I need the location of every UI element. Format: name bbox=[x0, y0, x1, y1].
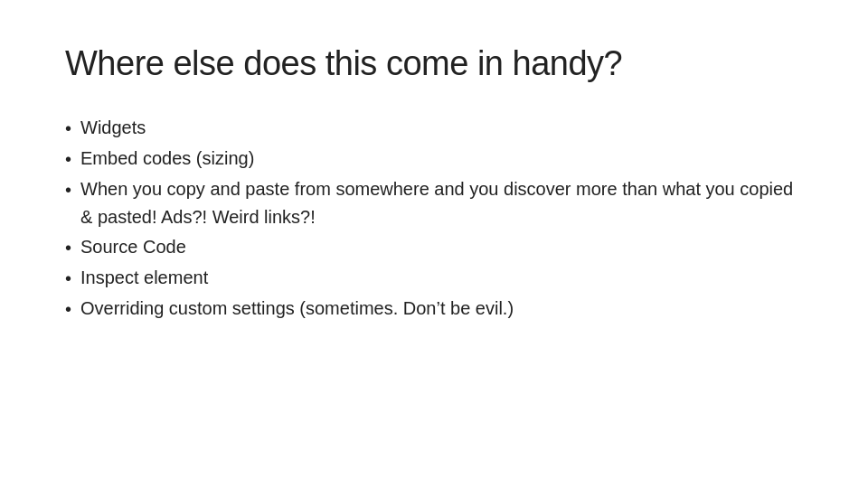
bullet-dot: • bbox=[65, 145, 71, 174]
bullet-item-inspect-element: • Inspect element bbox=[65, 264, 803, 293]
bullet-text-source-code: Source Code bbox=[80, 233, 803, 261]
bullet-item-source-code: • Source Code bbox=[65, 233, 803, 262]
bullet-dot: • bbox=[65, 176, 71, 204]
bullet-item-overriding: • Overriding custom settings (sometimes.… bbox=[65, 295, 803, 324]
bullet-text-inspect-element: Inspect element bbox=[80, 264, 803, 292]
bullet-text-embed-codes: Embed codes (sizing) bbox=[80, 145, 803, 173]
bullet-dot: • bbox=[65, 234, 71, 262]
bullet-text-widgets: Widgets bbox=[80, 114, 803, 142]
bullet-dot: • bbox=[65, 265, 71, 293]
bullet-dot: • bbox=[65, 115, 71, 143]
bullet-item-embed-codes: • Embed codes (sizing) bbox=[65, 145, 803, 174]
slide: Where else does this come in handy? • Wi… bbox=[0, 0, 868, 488]
bullet-item-copy-paste: • When you copy and paste from somewhere… bbox=[65, 175, 803, 231]
slide-title: Where else does this come in handy? bbox=[65, 43, 803, 85]
bullet-text-copy-paste: When you copy and paste from somewhere a… bbox=[80, 175, 803, 231]
bullet-item-widgets: • Widgets bbox=[65, 114, 803, 143]
bullet-text-overriding: Overriding custom settings (sometimes. D… bbox=[80, 295, 803, 323]
bullet-list: • Widgets • Embed codes (sizing) • When … bbox=[65, 114, 803, 325]
bullet-dot: • bbox=[65, 296, 71, 324]
